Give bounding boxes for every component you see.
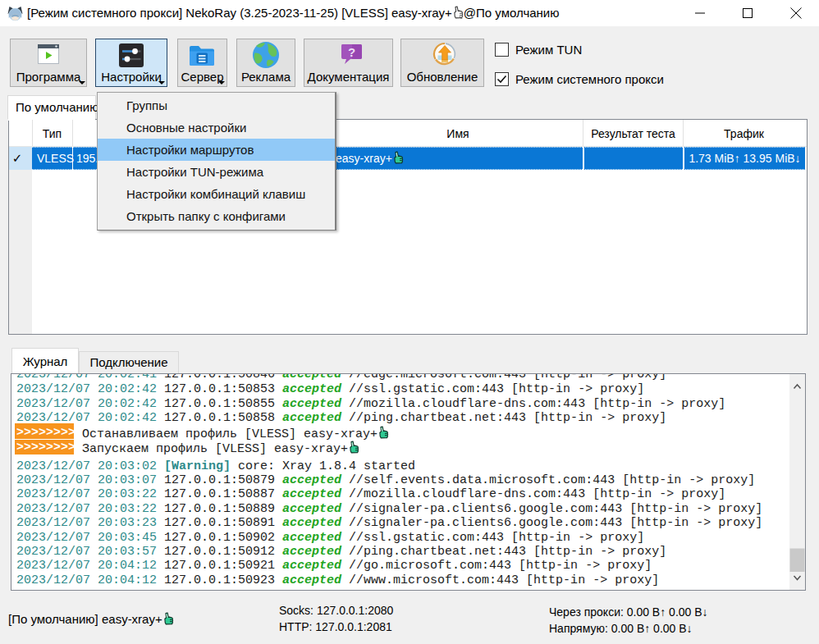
svg-text:?: ? xyxy=(348,45,355,59)
